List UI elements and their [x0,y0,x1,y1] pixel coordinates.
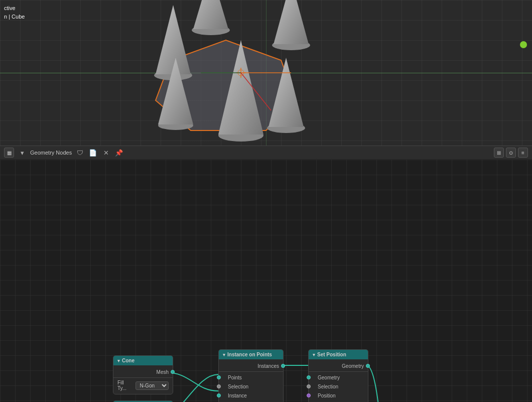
node-cone[interactable]: ▾ Cone Mesh Fill Ty... N-Gon [113,355,173,394]
set-pos-selection-input: Selection [309,382,368,391]
node-editor[interactable]: ▾ Cone Mesh Fill Ty... N-Gon ▾ Capture A… [0,160,532,402]
set-pos-sel-socket[interactable] [307,384,311,388]
instance-on-points-header: ▾ Instance on Points [219,350,283,359]
iop-points-socket[interactable] [217,375,221,379]
gizmo-button[interactable]: ⊙ [506,148,516,158]
iop-instance-input: Instance [219,391,283,400]
set-pos-geo-in-socket[interactable] [307,375,311,379]
toolbar-title: Geometry Nodes [30,150,72,156]
iop-selection-input: Selection [219,382,283,391]
iop-selection-socket[interactable] [217,384,221,388]
node-instance-on-points[interactable]: ▾ Instance on Points Instances Points Se… [218,349,284,402]
scene-svg [0,0,532,146]
overlay-button[interactable]: ⊞ [494,148,504,158]
node-set-position[interactable]: ▾ Set Position Geometry Geometry Selecti… [308,349,368,402]
cone-fill-select[interactable]: N-Gon [136,381,169,390]
node-cone-header: ▾ Cone [113,356,173,365]
cone-fill-row: Fill Ty... N-Gon [113,379,173,392]
node-editor-toolbar: ▦ ▾ Geometry Nodes 🛡 📄 ✕ 📌 ⊞ ⊙ ≡ [0,146,532,160]
viewport-mode: ctive [4,4,25,13]
set-position-header: ▾ Set Position [309,350,368,359]
set-pos-position-input: Position [309,391,368,400]
close-node-tree-button[interactable]: ✕ [101,148,111,158]
3d-viewport[interactable]: ctive n | Cube [0,0,532,146]
set-pos-geometry-output: Geometry [309,361,368,370]
cone-mesh-output: Mesh [113,367,173,376]
instances-output: Instances [219,361,283,370]
toolbar-right: ⊞ ⊙ ≡ [494,148,528,158]
instances-out-socket[interactable] [281,364,285,368]
svg-marker-4 [156,5,191,74]
shield-icon[interactable]: 🛡 [75,148,85,158]
iop-points-input: Points [219,373,283,382]
svg-marker-6 [193,0,228,29]
set-pos-offset-label: Offset: [309,400,368,402]
instance-on-points-body: Instances Points Selection Instance Pick… [219,359,283,402]
dropdown-arrow[interactable]: ▾ [17,148,27,158]
set-pos-out-socket[interactable] [366,364,370,368]
iop-pick-instance-input: Pick Instance [219,400,283,402]
editor-type-button[interactable]: ▦ [4,148,14,158]
node-cone-body: Mesh Fill Ty... N-Gon [113,365,173,394]
set-position-body: Geometry Geometry Selection Position Off… [309,359,368,402]
pin-button[interactable]: 📌 [114,148,124,158]
settings-button[interactable]: ≡ [518,148,528,158]
viewport-overlay: ctive n | Cube [4,4,25,21]
iop-instance-socket[interactable] [217,393,221,397]
set-pos-pos-socket[interactable] [307,393,311,397]
new-node-tree-button[interactable]: 📄 [88,148,98,158]
svg-marker-8 [274,0,309,44]
viewport-object: n | Cube [4,13,25,21]
green-dot-indicator [520,41,527,48]
set-pos-geometry-input: Geometry [309,373,368,382]
cone-mesh-socket[interactable] [171,370,175,374]
